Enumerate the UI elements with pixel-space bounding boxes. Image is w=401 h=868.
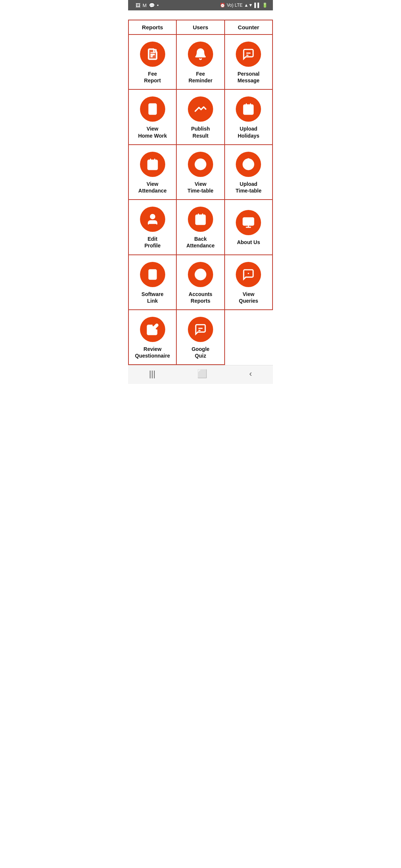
- view-homework-icon: [140, 96, 165, 122]
- grid-item-accounts-reports[interactable]: Accounts Reports: [177, 255, 225, 310]
- upload-timetable-icon: [236, 152, 261, 177]
- about-us-icon: [236, 210, 261, 235]
- accounts-reports-icon: [188, 262, 213, 287]
- grid-label-google-quiz: Google Quiz: [192, 346, 209, 359]
- grid-label-personal-message: Personal Message: [238, 70, 260, 84]
- nav-menu-icon[interactable]: |||: [149, 369, 155, 379]
- grid-item-review-questionnaire[interactable]: Review Questionnaire: [129, 310, 177, 365]
- back-attendance-icon: [188, 207, 213, 232]
- view-queries-icon: [236, 262, 261, 287]
- svg-rect-17: [148, 160, 157, 170]
- status-left: 🖼 M 💬 •: [133, 3, 159, 8]
- grid-label-back-attendance: Back Attendance: [186, 236, 215, 249]
- bottom-nav: ||| ⬜ ‹: [128, 365, 273, 384]
- google-quiz-icon: [188, 317, 213, 342]
- col-users: Users: [177, 20, 225, 35]
- review-questionnaire-icon: [140, 317, 165, 342]
- grid-label-view-timetable: View Time-table: [188, 181, 213, 194]
- grid-item-fee-report[interactable]: Fee Report: [129, 35, 177, 90]
- status-dot: •: [157, 3, 159, 8]
- status-network: Vo) LTE: [227, 3, 242, 8]
- grid-item-view-queries[interactable]: View Queries: [225, 255, 273, 310]
- svg-rect-28: [243, 218, 254, 225]
- grid-item-publish-result[interactable]: Publish Result: [177, 90, 225, 145]
- fee-reminder-icon: [188, 42, 213, 67]
- grid-item-google-quiz[interactable]: Google Quiz: [177, 310, 225, 365]
- svg-point-23: [150, 214, 154, 218]
- grid-item-upload-timetable[interactable]: Upload Time-table: [225, 145, 273, 200]
- grid-item-view-homework[interactable]: View Home Work: [129, 90, 177, 145]
- publish-result-icon: [188, 96, 213, 122]
- status-battery-icon: 🔋: [262, 3, 268, 8]
- nav-home-icon[interactable]: ⬜: [197, 369, 207, 379]
- svg-rect-24: [196, 215, 205, 225]
- grid-label-review-questionnaire: Review Questionnaire: [135, 346, 170, 359]
- grid-label-view-queries: View Queries: [239, 291, 258, 304]
- grid-label-accounts-reports: Accounts Reports: [189, 291, 212, 304]
- grid-label-view-attendance: View Attendance: [138, 181, 167, 194]
- svg-rect-38: [150, 272, 154, 273]
- grid-item-personal-message[interactable]: Personal Message: [225, 35, 273, 90]
- upload-holidays-icon: [236, 96, 261, 122]
- grid-label-fee-reminder: Fee Reminder: [189, 70, 213, 84]
- status-photo-icon: 🖼: [136, 3, 140, 8]
- grid-label-software-link: Software Link: [141, 291, 163, 304]
- grid-label-upload-holidays: Upload Holidays: [238, 125, 259, 139]
- software-link-icon: [140, 262, 165, 287]
- personal-message-icon: [236, 42, 261, 67]
- status-bar: 🖼 M 💬 • ⏰ Vo) LTE ▲▼ ▌▌ 🔋: [128, 0, 273, 10]
- header: [128, 10, 273, 20]
- grid-label-fee-report: Fee Report: [144, 70, 161, 84]
- grid-label-publish-result: Publish Result: [191, 125, 210, 139]
- status-alarm-icon: ⏰: [220, 3, 225, 8]
- svg-point-40: [248, 273, 249, 274]
- admin-grid: Fee ReportFee ReminderPersonal MessageVi…: [128, 35, 273, 365]
- fee-report-icon: [140, 42, 165, 67]
- grid-item-software-link[interactable]: Software Link: [129, 255, 177, 310]
- grid-label-upload-timetable: Upload Time-table: [235, 181, 261, 194]
- status-bars-icon: ▌▌: [254, 3, 261, 8]
- grid-item-back-attendance[interactable]: Back Attendance: [177, 200, 225, 255]
- status-chat-icon: 💬: [149, 3, 155, 8]
- grid-item-fee-reminder[interactable]: Fee Reminder: [177, 35, 225, 90]
- col-reports: Reports: [129, 20, 177, 35]
- status-mail-icon: M: [143, 3, 147, 8]
- grid-item-upload-holidays[interactable]: Upload Holidays: [225, 90, 273, 145]
- col-counter: Counter: [225, 20, 273, 35]
- nav-back-icon[interactable]: ‹: [249, 369, 252, 379]
- view-attendance-icon: [140, 152, 165, 177]
- grid-label-edit-profile: Edit Profile: [144, 236, 161, 249]
- status-right: ⏰ Vo) LTE ▲▼ ▌▌ 🔋: [220, 3, 268, 8]
- grid-item-view-timetable[interactable]: View Time-table: [177, 145, 225, 200]
- column-headers: Reports Users Counter: [128, 20, 273, 35]
- status-signal-icon: ▲▼: [244, 3, 253, 8]
- view-timetable-icon: [188, 152, 213, 177]
- grid-item-view-attendance[interactable]: View Attendance: [129, 145, 177, 200]
- edit-profile-icon: [140, 207, 165, 232]
- grid-item-edit-profile[interactable]: Edit Profile: [129, 200, 177, 255]
- grid-label-view-homework: View Home Work: [138, 125, 167, 139]
- grid-label-about-us: About Us: [237, 239, 260, 246]
- grid-item-about-us[interactable]: About Us: [225, 200, 273, 255]
